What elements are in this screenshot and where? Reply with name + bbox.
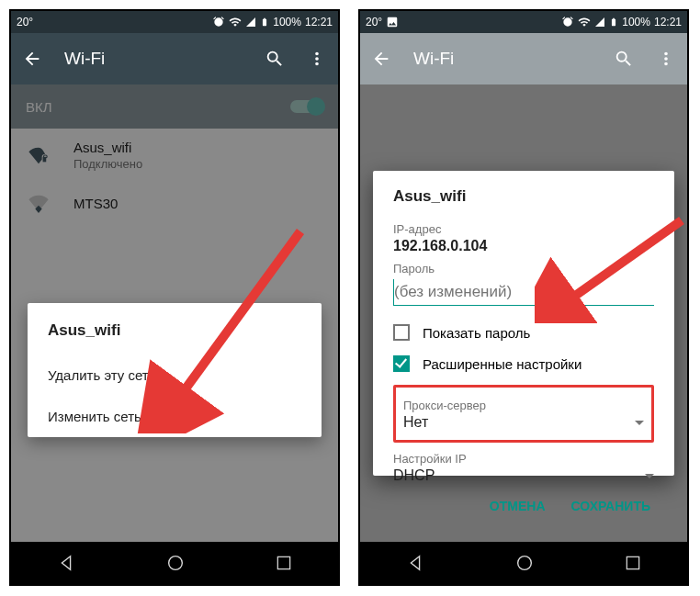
ctx-modify-network[interactable]: Изменить сеть	[28, 396, 322, 437]
battery-icon	[260, 16, 269, 28]
ip-label: IP-адрес	[393, 222, 654, 236]
svg-rect-2	[278, 557, 290, 568]
chevron-down-icon	[635, 421, 644, 425]
cell-signal-icon	[594, 17, 605, 28]
chevron-down-icon	[645, 474, 654, 478]
network-dialog: Asus_wifi IP-адрес 192.168.0.104 Пароль …	[373, 171, 674, 476]
temperature: 20°	[17, 16, 33, 28]
page-title: Wi-Fi	[413, 49, 592, 69]
nav-back-icon[interactable]	[405, 553, 425, 573]
ipcfg-label: Настройки IP	[393, 452, 467, 466]
search-icon[interactable]	[614, 49, 634, 69]
clock: 12:21	[654, 16, 682, 28]
nav-back-icon[interactable]	[56, 553, 76, 573]
svg-rect-4	[627, 557, 639, 568]
app-bar: Wi-Fi	[11, 33, 338, 84]
phone-left: 20° 100% 12:21 Wi-Fi ВКЛ Asus_wifi Подкл…	[9, 9, 340, 586]
proxy-dropdown[interactable]: Прокси-сервер Нет	[403, 399, 644, 434]
content-area: Asus_wifi IP-адрес 192.168.0.104 Пароль …	[360, 84, 687, 542]
status-bar: 20° 100% 12:21	[360, 11, 687, 33]
ip-value: 192.168.0.104	[393, 238, 654, 254]
back-icon[interactable]	[371, 49, 391, 69]
ctx-delete-network[interactable]: Удалить эту сеть	[28, 354, 322, 396]
battery-icon	[609, 16, 618, 28]
cell-signal-icon	[245, 17, 256, 28]
phone-right: 20° 100% 12:21 Wi-Fi Asus_wifi IP-адрес …	[358, 9, 689, 586]
clock: 12:21	[305, 16, 333, 28]
password-field[interactable]	[393, 279, 654, 306]
checkbox-icon[interactable]	[393, 324, 410, 341]
ctx-title: Asus_wifi	[28, 310, 322, 354]
svg-point-3	[518, 557, 532, 570]
app-bar: Wi-Fi	[360, 33, 687, 84]
alarm-icon	[561, 16, 574, 28]
save-button[interactable]: СОХРАНИТЬ	[571, 499, 650, 513]
ipcfg-value: DHCP	[393, 467, 467, 484]
wifi-signal-icon	[578, 16, 591, 28]
context-menu: Asus_wifi Удалить эту сеть Изменить сеть	[28, 303, 322, 437]
advanced-row[interactable]: Расширенные настройки	[393, 355, 654, 372]
show-password-row[interactable]: Показать пароль	[393, 324, 654, 341]
nav-recent-icon[interactable]	[275, 554, 293, 572]
battery-pct: 100%	[273, 16, 301, 28]
back-icon[interactable]	[22, 49, 42, 69]
ipcfg-dropdown[interactable]: Настройки IP DHCP	[393, 452, 654, 488]
proxy-label: Прокси-сервер	[403, 399, 486, 412]
nav-bar	[11, 542, 338, 584]
checkbox-checked-icon[interactable]	[393, 355, 410, 372]
content-area: ВКЛ Asus_wifi Подключено MTS30 Asus_wifi…	[11, 84, 338, 542]
status-bar: 20° 100% 12:21	[11, 11, 338, 33]
nav-home-icon[interactable]	[514, 553, 535, 573]
nav-bar	[360, 542, 687, 584]
nav-recent-icon[interactable]	[624, 554, 642, 572]
nav-home-icon[interactable]	[165, 553, 186, 573]
page-title: Wi-Fi	[64, 49, 243, 69]
overflow-icon[interactable]	[656, 49, 676, 69]
advanced-label: Расширенные настройки	[423, 356, 581, 372]
dialog-title: Asus_wifi	[393, 187, 654, 206]
svg-point-1	[169, 557, 183, 570]
wifi-signal-icon	[229, 16, 242, 28]
proxy-value: Нет	[403, 414, 486, 431]
search-icon[interactable]	[265, 49, 285, 69]
battery-pct: 100%	[622, 16, 650, 28]
pw-label: Пароль	[393, 262, 654, 276]
overflow-icon[interactable]	[307, 49, 327, 69]
show-password-label: Показать пароль	[423, 325, 530, 341]
temperature: 20°	[366, 16, 382, 28]
cancel-button[interactable]: ОТМЕНА	[490, 499, 546, 513]
alarm-icon	[212, 16, 225, 28]
image-icon	[386, 16, 399, 28]
annotation-highlight: Прокси-сервер Нет	[393, 385, 654, 443]
